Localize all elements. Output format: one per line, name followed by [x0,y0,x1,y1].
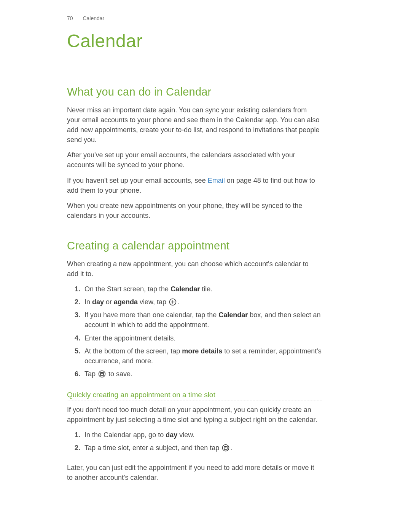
save-circle-icon [222,444,229,452]
svg-rect-8 [225,446,226,447]
text-run: to save. [107,370,132,378]
text-run: view. [177,431,194,439]
text-run: . [177,298,179,306]
step-item: Tap to save. [75,369,322,382]
text-run: tile. [200,285,212,293]
text-run: Enter the appointment details. [84,334,175,342]
text-run: On the Start screen, tap the [84,285,170,293]
body-paragraph: If you haven't set up your email account… [67,176,322,195]
subheading-quick-create: Quickly creating an appointment on a tim… [67,389,322,401]
step-item: On the Start screen, tap the Calendar ti… [75,284,322,297]
step-item: Tap a time slot, enter a subject, and th… [75,443,322,456]
page: 70 Calendar Calendar What you can do in … [0,0,411,532]
steps-list: In the Calendar app, go to day view. Tap… [67,430,322,456]
text-run: In [84,298,92,306]
text-run: Tap [84,370,97,378]
svg-point-6 [223,445,229,451]
steps-list: On the Start screen, tap the Calendar ti… [67,284,322,382]
plus-circle-icon [169,298,177,306]
text-run: If you have more than one calendar, tap … [84,311,218,319]
section-heading-creating-appointment: Creating a calendar appointment [67,240,322,252]
step-item: If you have more than one calendar, tap … [75,310,322,333]
body-paragraph: Later, you can just edit the appointment… [67,463,322,482]
body-paragraph: When creating a new appointment, you can… [67,259,322,279]
bold-text: day [166,431,177,439]
step-item: Enter the appointment details. [75,333,322,346]
text-run: If you haven't set up your email account… [67,177,208,184]
bold-text: Calendar [170,285,200,293]
body-paragraph: When you create new appointments on your… [67,201,322,220]
running-header: 70 Calendar [67,15,322,21]
email-link[interactable]: Email [208,177,225,184]
body-paragraph: Never miss an important date again. You … [67,105,322,145]
body-paragraph: If you don't need too much detail on you… [67,405,322,425]
text-run: view, tap [138,298,168,306]
bold-text: day [92,298,104,306]
text-run: Tap a time slot, enter a subject, and th… [84,444,221,452]
step-item: In the Calendar app, go to day view. [75,430,322,443]
bold-text: agenda [114,298,138,306]
step-item: In day or agenda view, tap . [75,297,322,310]
page-number: 70 [67,15,73,21]
header-section-name: Calendar [83,15,104,21]
body-paragraph: After you've set up your email accounts,… [67,150,322,170]
svg-rect-5 [101,372,103,374]
text-run: In the Calendar app, go to [84,431,166,439]
svg-point-3 [99,371,105,377]
bold-text: Calendar [218,311,248,319]
section-heading-what-you-can-do: What you can do in Calendar [67,86,322,98]
page-title: Calendar [67,30,322,51]
save-circle-icon [98,370,106,378]
bold-text: more details [182,347,222,355]
text-run: At the bottom of the screen, tap [84,347,182,355]
text-run: or [104,298,114,306]
text-run: . [230,444,232,452]
step-item: At the bottom of the screen, tap more de… [75,346,322,369]
